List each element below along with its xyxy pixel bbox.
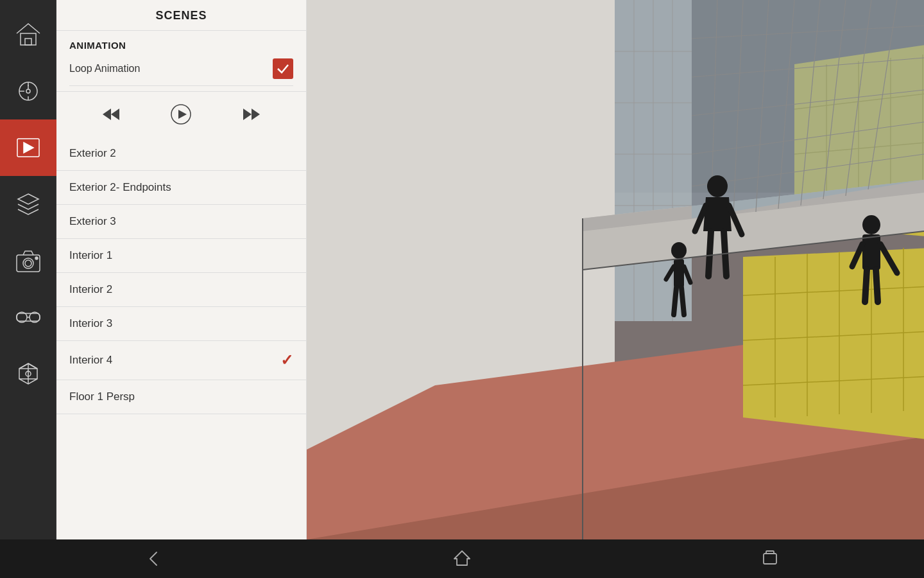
svg-marker-84 [703,197,732,231]
scene-name: Interior 3 [69,317,112,330]
scene-list: Exterior 2 Exterior 2- Endpoints Exterio… [56,137,306,539]
svg-point-14 [35,257,38,259]
svg-line-82 [681,288,684,315]
svg-line-81 [674,288,676,315]
sidebar-item-layers[interactable] [0,176,56,232]
svg-marker-23 [178,110,187,119]
sidebar-item-scenes[interactable] [0,119,56,176]
fast-forward-button[interactable] [235,98,268,130]
scene-item-exterior-2[interactable]: Exterior 2 [56,137,306,171]
playback-controls [56,92,306,137]
scene-item-floor-1-persp[interactable]: Floor 1 Persp [56,380,306,414]
sidebar-item-home[interactable] [0,6,56,63]
svg-point-89 [862,215,880,234]
scene-name: Interior 1 [69,249,112,262]
svg-marker-115 [454,551,470,565]
scene-item-interior-2[interactable]: Interior 2 [56,273,306,307]
svg-rect-78 [674,259,684,288]
sidebar-item-vr[interactable] [0,289,56,346]
scenes-title: SCENES [56,0,306,31]
svg-rect-117 [766,551,774,554]
scene-name: Exterior 2 [69,147,116,160]
svg-marker-21 [111,109,119,120]
svg-point-6 [26,89,30,93]
play-button[interactable] [165,98,197,130]
svg-marker-25 [252,109,260,120]
svg-marker-20 [103,109,111,120]
sidebar-item-camera[interactable] [0,232,56,289]
svg-line-87 [708,231,711,276]
scene-item-interior-3[interactable]: Interior 3 [56,307,306,341]
svg-marker-9 [24,143,33,153]
scene-name: Exterior 3 [69,215,116,228]
nav-bar [0,539,924,578]
svg-point-77 [671,242,687,259]
svg-rect-0 [21,33,36,45]
svg-point-13 [25,260,31,267]
svg-rect-116 [764,554,776,564]
recents-button[interactable] [744,543,796,575]
loop-row: Loop Animation [69,58,293,86]
loop-animation-label: Loop Animation [69,63,140,74]
viewport [307,0,924,539]
home-button[interactable] [436,543,488,575]
svg-point-83 [707,175,728,197]
scenes-panel: SCENES ANIMATION Loop Animation [56,0,307,539]
back-button[interactable] [128,543,180,575]
scene-item-exterior-2--endpoints[interactable]: Exterior 2- Endpoints [56,171,306,205]
loop-animation-checkbox[interactable] [273,58,293,79]
svg-marker-24 [243,109,252,120]
rewind-button[interactable] [95,98,127,130]
svg-marker-10 [18,194,38,204]
svg-line-94 [876,270,878,302]
scene-name: Exterior 2- Endpoints [69,181,171,194]
scene-name: Floor 1 Persp [69,390,135,403]
scene-item-exterior-3[interactable]: Exterior 3 [56,205,306,239]
sidebar-item-ar[interactable] [0,346,56,402]
animation-section: ANIMATION Loop Animation [56,31,306,92]
scene-name: Interior 2 [69,283,112,296]
icon-bar [0,0,56,539]
svg-line-93 [865,270,867,302]
svg-rect-90 [862,234,880,270]
scene-name: Interior 4 [69,354,112,367]
scene-item-interior-1[interactable]: Interior 1 [56,239,306,273]
animation-label: ANIMATION [69,40,293,51]
scene-item-interior-4[interactable]: Interior 4 ✓ [56,341,306,380]
sidebar-item-measure[interactable] [0,63,56,119]
svg-rect-1 [25,39,31,45]
scene-active-check: ✓ [280,351,293,369]
